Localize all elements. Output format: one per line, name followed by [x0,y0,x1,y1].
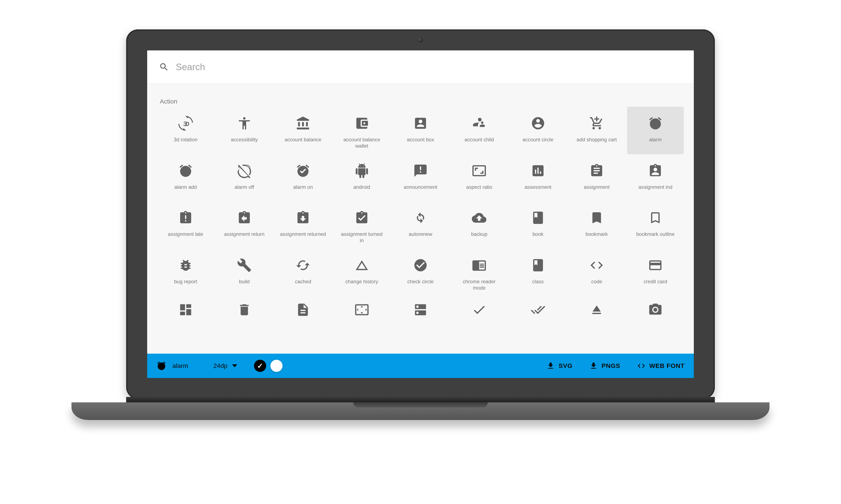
icon-tile-android[interactable]: android [333,154,390,201]
book-icon [531,211,545,225]
icon-label: bookmark [586,231,607,243]
icon-tile-eject[interactable] [568,296,625,317]
download-webfont-label: WEB FONT [649,362,685,370]
check-circle-icon [413,258,428,273]
icon-tile-done[interactable] [451,296,508,317]
icon-tile-account-child[interactable]: account child [451,107,508,154]
icon-tile-autorenew[interactable]: autorenew [392,201,449,249]
change-history-icon [355,258,369,273]
icon-tile-change-history[interactable]: change history [333,249,390,296]
assignment-turned-in-icon [355,211,369,225]
download-pngs-button[interactable]: PNGS [589,362,620,370]
icon-tile-description[interactable] [275,296,331,317]
icon-tile-alarm[interactable]: alarm [627,107,684,154]
icon-tile-code[interactable]: code [568,249,625,296]
add-shopping-cart-icon [589,116,604,131]
icon-tile-accessibility[interactable]: accessibility [216,107,273,154]
color-swatch-white[interactable] [270,360,282,372]
icon-tile-camera-alt[interactable] [627,296,684,317]
icon-tile-account-balance-wallet[interactable]: account balance wallet [333,107,390,154]
icon-tile-assignment-ind[interactable]: assignment ind [627,154,684,201]
aspect-ratio-icon [472,163,486,178]
icon-tile-chrome-reader-mode[interactable]: chrome reader mode [451,249,508,296]
icon-tile-bug-report[interactable]: bug report [157,249,214,296]
icon-tile-alarm-on[interactable]: alarm on [275,154,331,201]
icon-tile-storage[interactable] [392,296,449,317]
assessment-icon [531,163,545,178]
icon-label: bookmark outline [636,231,675,243]
search-bar [147,50,694,84]
icon-tile-dashboard[interactable] [157,296,214,317]
dns-icon [355,302,369,317]
icon-tile-assignment-late[interactable]: assignment late [157,201,214,249]
dashboard-icon [178,302,193,317]
laptop-lid: Action 3d rotationaccessibilityaccount b… [126,30,715,399]
cached-icon [296,258,310,273]
icon-tile-alarm-off[interactable]: alarm off [216,154,273,201]
description-icon [296,302,310,317]
icon-tile-assignment-return[interactable]: assignment return [216,201,273,249]
icon-label: code [591,278,602,291]
icon-label: alarm add [174,184,197,196]
icon-label: android [354,184,370,196]
color-swatch-black[interactable]: ✓ [254,360,266,372]
icon-tile-backup[interactable]: backup [451,201,508,249]
color-swatches: ✓ [254,360,282,372]
icon-label: chrome reader mode [456,278,502,291]
size-selector[interactable]: 24dp [213,362,237,370]
alarm-icon [156,361,167,371]
download-webfont-button[interactable]: WEB FONT [637,362,685,370]
code-icon [637,362,646,370]
icon-tile-cached[interactable]: cached [275,249,331,296]
icon-tile-delete[interactable] [216,296,273,317]
icon-grid: 3d rotationaccessibilityaccount balancea… [157,107,684,317]
assignment-icon [589,163,604,178]
icon-tile-announcement[interactable]: announcement [392,154,449,201]
icon-label: check circle [407,278,433,291]
icon-tile-account-circle[interactable]: account circle [510,107,566,154]
icon-tile-aspect-ratio[interactable]: aspect ratio [451,154,508,201]
download-svg-label: SVG [559,362,572,370]
download-pngs-label: PNGS [602,362,620,370]
icon-tile-assignment-turned-in[interactable]: assignment turned in [333,201,390,249]
download-bar: alarm 24dp ✓ SVG PNGS [147,354,694,378]
icon-tile-account-box[interactable]: account box [392,107,449,154]
icon-tile-credit-card[interactable]: credit card [627,249,684,296]
accessibility-icon [237,116,252,131]
laptop-camera [418,38,423,42]
icon-tile-assignment-returned[interactable]: assignment returned [275,201,331,249]
icon-label: account child [464,137,494,149]
icon-label: class [532,278,544,291]
icon-tile-account-balance[interactable]: account balance [275,107,331,154]
icon-tile-dns[interactable] [333,296,390,317]
search-input[interactable] [176,62,682,72]
download-svg-button[interactable]: SVG [546,362,572,370]
icon-tile-alarm-add[interactable]: alarm add [157,154,214,201]
icon-label: assignment turned in [339,231,385,244]
chevron-down-icon [232,364,237,367]
icon-label: alarm [649,137,662,149]
icon-tile-assessment[interactable]: assessment [510,154,566,201]
icon-tile-build[interactable]: build [216,249,273,296]
icon-label: assignment ind [638,184,672,196]
class-icon [531,258,545,273]
icon-label: change history [345,278,378,291]
icon-tile-done-all[interactable] [510,296,566,317]
icon-label: build [239,278,250,291]
icon-tile-book[interactable]: book [510,201,566,249]
code-icon [589,258,604,273]
icon-tile-add-shopping-cart[interactable]: add shopping cart [568,107,625,154]
laptop-frame: Action 3d rotationaccessibilityaccount b… [126,30,715,428]
icon-tile-check-circle[interactable]: check circle [392,249,449,296]
icon-tile-3d-rotation[interactable]: 3d rotation [157,107,214,154]
icon-tile-assignment[interactable]: assignment [568,154,625,201]
icon-tile-bookmark-outline[interactable]: bookmark outline [627,201,684,249]
app-screen: Action 3d rotationaccessibilityaccount b… [147,50,694,378]
bug-report-icon [178,258,193,273]
autorenew-icon [413,211,428,225]
icon-tile-bookmark[interactable]: bookmark [568,201,625,249]
icon-tile-class[interactable]: class [510,249,566,296]
icon-label: account box [407,137,434,149]
chrome-reader-mode-icon [472,258,486,273]
alarm-icon [648,116,663,131]
